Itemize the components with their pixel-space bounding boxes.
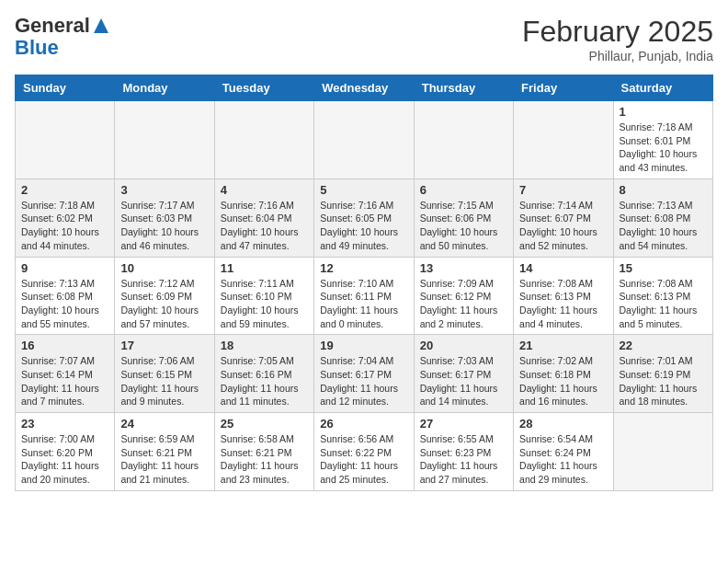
calendar-cell: [414, 101, 513, 179]
day-info: Sunrise: 7:08 AM Sunset: 6:13 PM Dayligh…: [620, 277, 707, 331]
day-info: Sunrise: 7:15 AM Sunset: 6:06 PM Dayligh…: [420, 199, 507, 253]
day-number: 17: [120, 339, 208, 352]
day-number: 25: [221, 417, 308, 431]
calendar-header-row: SundayMondayTuesdayWednesdayThursdayFrid…: [16, 75, 713, 101]
day-info: Sunrise: 7:16 AM Sunset: 6:04 PM Dayligh…: [221, 199, 308, 253]
day-number: 7: [519, 183, 607, 197]
col-header-friday: Friday: [514, 75, 613, 101]
calendar-cell: 18Sunrise: 7:05 AM Sunset: 6:16 PM Dayli…: [214, 335, 313, 413]
day-info: Sunrise: 7:12 AM Sunset: 6:09 PM Dayligh…: [120, 277, 208, 331]
calendar-cell: [115, 101, 214, 179]
calendar-cell: 13Sunrise: 7:09 AM Sunset: 6:12 PM Dayli…: [414, 257, 513, 335]
calendar-cell: 15Sunrise: 7:08 AM Sunset: 6:13 PM Dayli…: [613, 257, 712, 335]
calendar-week-row: 16Sunrise: 7:07 AM Sunset: 6:14 PM Dayli…: [16, 335, 713, 413]
day-info: Sunrise: 7:07 AM Sunset: 6:14 PM Dayligh…: [21, 354, 108, 408]
calendar: SundayMondayTuesdayWednesdayThursdayFrid…: [15, 75, 713, 491]
location: Phillaur, Punjab, India: [522, 49, 713, 63]
calendar-cell: 5Sunrise: 7:16 AM Sunset: 6:05 PM Daylig…: [314, 178, 414, 257]
day-info: Sunrise: 7:11 AM Sunset: 6:10 PM Dayligh…: [221, 277, 308, 331]
calendar-cell: 21Sunrise: 7:02 AM Sunset: 6:18 PM Dayli…: [514, 335, 613, 413]
calendar-cell: 27Sunrise: 6:55 AM Sunset: 6:23 PM Dayli…: [414, 413, 513, 491]
day-info: Sunrise: 7:00 AM Sunset: 6:20 PM Dayligh…: [21, 432, 108, 487]
day-number: 16: [21, 339, 108, 352]
day-info: Sunrise: 7:18 AM Sunset: 6:01 PM Dayligh…: [620, 121, 707, 175]
day-info: Sunrise: 6:55 AM Sunset: 6:23 PM Dayligh…: [420, 432, 507, 487]
day-number: 10: [120, 261, 208, 275]
calendar-cell: 20Sunrise: 7:03 AM Sunset: 6:17 PM Dayli…: [414, 335, 513, 413]
col-header-monday: Monday: [115, 75, 214, 101]
calendar-cell: 19Sunrise: 7:04 AM Sunset: 6:17 PM Dayli…: [314, 335, 414, 413]
col-header-thursday: Thursday: [414, 75, 513, 101]
calendar-week-row: 23Sunrise: 7:00 AM Sunset: 6:20 PM Dayli…: [16, 413, 713, 491]
calendar-cell: 1Sunrise: 7:18 AM Sunset: 6:01 PM Daylig…: [613, 101, 712, 179]
calendar-cell: 28Sunrise: 6:54 AM Sunset: 6:24 PM Dayli…: [514, 413, 613, 491]
svg-marker-0: [94, 18, 108, 33]
logo-blue-text: Blue: [15, 37, 59, 59]
col-header-saturday: Saturday: [613, 75, 712, 101]
day-number: 1: [620, 105, 707, 119]
calendar-cell: [613, 413, 712, 491]
day-number: 26: [320, 417, 407, 431]
day-number: 11: [221, 261, 308, 275]
calendar-cell: 25Sunrise: 6:58 AM Sunset: 6:21 PM Dayli…: [214, 413, 313, 491]
logo: General Blue: [15, 15, 110, 59]
calendar-cell: 7Sunrise: 7:14 AM Sunset: 6:07 PM Daylig…: [514, 178, 613, 257]
day-number: 20: [420, 339, 507, 352]
day-info: Sunrise: 7:13 AM Sunset: 6:08 PM Dayligh…: [620, 199, 707, 253]
day-number: 15: [620, 261, 707, 275]
title-block: February 2025 Phillaur, Punjab, India: [522, 15, 713, 63]
day-info: Sunrise: 7:03 AM Sunset: 6:17 PM Dayligh…: [420, 354, 507, 408]
logo-icon: [92, 17, 110, 35]
calendar-cell: 22Sunrise: 7:01 AM Sunset: 6:19 PM Dayli…: [613, 335, 712, 413]
calendar-cell: 8Sunrise: 7:13 AM Sunset: 6:08 PM Daylig…: [613, 178, 712, 257]
day-info: Sunrise: 6:58 AM Sunset: 6:21 PM Dayligh…: [221, 432, 308, 487]
calendar-cell: 12Sunrise: 7:10 AM Sunset: 6:11 PM Dayli…: [314, 257, 414, 335]
calendar-cell: 4Sunrise: 7:16 AM Sunset: 6:04 PM Daylig…: [214, 178, 313, 257]
calendar-week-row: 9Sunrise: 7:13 AM Sunset: 6:08 PM Daylig…: [16, 257, 713, 335]
day-info: Sunrise: 7:08 AM Sunset: 6:13 PM Dayligh…: [519, 277, 607, 331]
day-number: 21: [519, 339, 607, 352]
day-number: 14: [519, 261, 607, 275]
calendar-cell: [16, 101, 115, 179]
day-number: 6: [420, 183, 507, 197]
day-number: 2: [21, 183, 108, 197]
calendar-cell: [514, 101, 613, 179]
day-info: Sunrise: 6:56 AM Sunset: 6:22 PM Dayligh…: [320, 432, 407, 487]
col-header-wednesday: Wednesday: [314, 75, 414, 101]
col-header-tuesday: Tuesday: [214, 75, 313, 101]
logo-general-text: General: [15, 15, 90, 37]
calendar-cell: 6Sunrise: 7:15 AM Sunset: 6:06 PM Daylig…: [414, 178, 513, 257]
day-info: Sunrise: 7:04 AM Sunset: 6:17 PM Dayligh…: [320, 354, 407, 408]
day-number: 23: [21, 417, 108, 431]
day-number: 13: [420, 261, 507, 275]
day-info: Sunrise: 7:14 AM Sunset: 6:07 PM Dayligh…: [519, 199, 607, 253]
day-info: Sunrise: 7:18 AM Sunset: 6:02 PM Dayligh…: [21, 199, 108, 253]
day-info: Sunrise: 7:17 AM Sunset: 6:03 PM Dayligh…: [120, 199, 208, 253]
day-number: 19: [320, 339, 407, 352]
calendar-cell: 10Sunrise: 7:12 AM Sunset: 6:09 PM Dayli…: [115, 257, 214, 335]
calendar-week-row: 1Sunrise: 7:18 AM Sunset: 6:01 PM Daylig…: [16, 101, 713, 179]
day-info: Sunrise: 7:06 AM Sunset: 6:15 PM Dayligh…: [120, 354, 208, 408]
day-info: Sunrise: 7:01 AM Sunset: 6:19 PM Dayligh…: [620, 354, 707, 408]
day-info: Sunrise: 7:05 AM Sunset: 6:16 PM Dayligh…: [221, 354, 308, 408]
calendar-cell: 9Sunrise: 7:13 AM Sunset: 6:08 PM Daylig…: [16, 257, 115, 335]
calendar-cell: 3Sunrise: 7:17 AM Sunset: 6:03 PM Daylig…: [115, 178, 214, 257]
day-number: 9: [21, 261, 108, 275]
calendar-cell: 2Sunrise: 7:18 AM Sunset: 6:02 PM Daylig…: [16, 178, 115, 257]
day-info: Sunrise: 6:59 AM Sunset: 6:21 PM Dayligh…: [120, 432, 208, 487]
month-year: February 2025: [522, 15, 713, 49]
day-number: 28: [519, 417, 607, 431]
calendar-cell: 14Sunrise: 7:08 AM Sunset: 6:13 PM Dayli…: [514, 257, 613, 335]
col-header-sunday: Sunday: [16, 75, 115, 101]
day-info: Sunrise: 7:09 AM Sunset: 6:12 PM Dayligh…: [420, 277, 507, 331]
day-number: 22: [620, 339, 707, 352]
day-number: 12: [320, 261, 407, 275]
page-header: General Blue February 2025 Phillaur, Pun…: [15, 15, 713, 63]
day-info: Sunrise: 7:10 AM Sunset: 6:11 PM Dayligh…: [320, 277, 407, 331]
calendar-cell: 24Sunrise: 6:59 AM Sunset: 6:21 PM Dayli…: [115, 413, 214, 491]
calendar-cell: 11Sunrise: 7:11 AM Sunset: 6:10 PM Dayli…: [214, 257, 313, 335]
calendar-cell: 17Sunrise: 7:06 AM Sunset: 6:15 PM Dayli…: [115, 335, 214, 413]
day-number: 8: [620, 183, 707, 197]
day-info: Sunrise: 6:54 AM Sunset: 6:24 PM Dayligh…: [519, 432, 607, 487]
calendar-cell: [314, 101, 414, 179]
